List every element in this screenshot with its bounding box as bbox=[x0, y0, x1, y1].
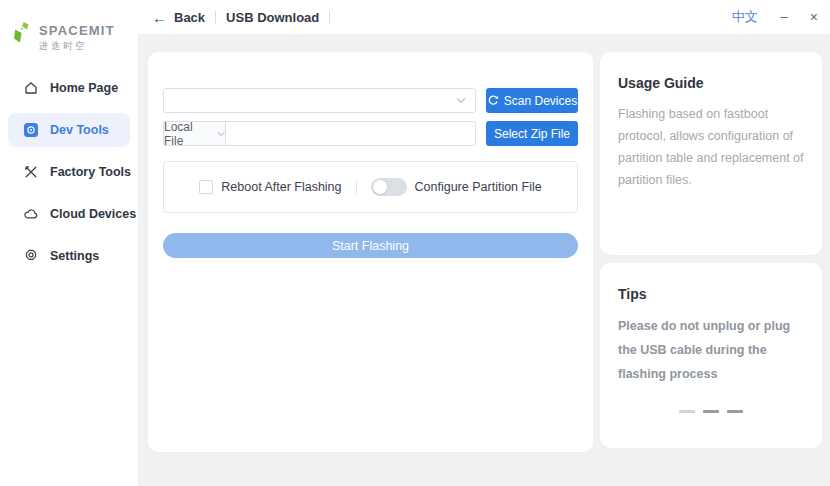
file-source-select[interactable]: Local File bbox=[163, 121, 225, 146]
back-label: Back bbox=[174, 10, 205, 25]
minimize-button[interactable]: − bbox=[780, 10, 788, 24]
sidebar-item-factory-tools[interactable]: Factory Tools bbox=[8, 155, 130, 189]
refresh-icon bbox=[487, 95, 499, 107]
tips-card: Tips Please do not unplug or plug the US… bbox=[600, 263, 822, 448]
page-title: USB Download bbox=[226, 10, 319, 25]
sidebar: SPACEMIT 进迭时空 Home Page Dev bbox=[0, 0, 138, 486]
start-flashing-button[interactable]: Start Flashing bbox=[163, 233, 578, 258]
language-switch-button[interactable]: 中文 bbox=[732, 8, 758, 26]
sidebar-item-label: Factory Tools bbox=[50, 165, 131, 179]
select-zip-file-button[interactable]: Select Zip File bbox=[486, 121, 578, 146]
topbar-divider bbox=[215, 11, 216, 24]
reboot-after-flashing-checkbox[interactable] bbox=[199, 180, 213, 194]
logo: SPACEMIT 进迭时空 bbox=[0, 0, 138, 53]
sidebar-item-label: Home Page bbox=[50, 81, 118, 95]
tips-body: Please do not unplug or plug the USB cab… bbox=[618, 315, 804, 386]
settings-icon bbox=[23, 248, 39, 264]
back-button[interactable]: ← Back bbox=[152, 10, 205, 25]
logo-subtitle: 进迭时空 bbox=[39, 40, 115, 53]
topbar-divider bbox=[329, 11, 330, 24]
options-divider bbox=[356, 180, 357, 194]
close-button[interactable]: × bbox=[810, 10, 818, 24]
logo-title: SPACEMIT bbox=[39, 24, 115, 38]
carousel-dash[interactable] bbox=[679, 410, 695, 413]
carousel-dash[interactable] bbox=[727, 410, 743, 413]
tips-title: Tips bbox=[618, 286, 804, 302]
window-controls: 中文 − × bbox=[732, 8, 818, 26]
file-row: Local File Select Zip File bbox=[163, 121, 578, 146]
sidebar-item-cloud-devices[interactable]: Cloud Devices bbox=[8, 197, 130, 231]
app-window: ← Back USB Download 中文 − × SPACEMIT 进迭时空 bbox=[0, 0, 830, 486]
select-zip-file-label: Select Zip File bbox=[494, 127, 570, 141]
dev-tools-icon bbox=[23, 122, 39, 138]
home-icon bbox=[23, 80, 39, 96]
sidebar-item-settings[interactable]: Settings bbox=[8, 239, 130, 273]
flash-form: Scan Devices Local File Select Zip File bbox=[148, 52, 593, 258]
sidebar-item-label: Settings bbox=[50, 249, 99, 263]
usage-guide-title: Usage Guide bbox=[618, 75, 804, 91]
spacemit-logo-icon bbox=[13, 21, 34, 45]
sidebar-item-label: Cloud Devices bbox=[50, 207, 136, 221]
tips-carousel-indicators bbox=[600, 410, 822, 413]
file-path-input[interactable] bbox=[225, 121, 476, 146]
sidebar-menu: Home Page Dev Tools bbox=[0, 71, 138, 273]
reboot-after-flashing-label: Reboot After Flashing bbox=[221, 180, 341, 194]
factory-tools-icon bbox=[23, 164, 39, 180]
logo-text: SPACEMIT 进迭时空 bbox=[39, 21, 115, 53]
chevron-down-icon bbox=[217, 131, 225, 137]
configure-partition-toggle[interactable] bbox=[371, 178, 407, 196]
configure-partition-label: Configure Partition File bbox=[415, 180, 542, 194]
device-row: Scan Devices bbox=[163, 88, 578, 113]
sidebar-item-dev-tools[interactable]: Dev Tools bbox=[8, 113, 130, 147]
device-select[interactable] bbox=[163, 88, 476, 113]
info-column: Usage Guide Flashing based on fastboot p… bbox=[600, 52, 822, 448]
usage-guide-body: Flashing based on fastboot protocol, all… bbox=[618, 104, 804, 192]
usage-guide-card: Usage Guide Flashing based on fastboot p… bbox=[600, 52, 822, 255]
chevron-down-icon bbox=[456, 97, 466, 104]
sidebar-item-home-page[interactable]: Home Page bbox=[8, 71, 130, 105]
flash-panel: Scan Devices Local File Select Zip File bbox=[148, 52, 593, 452]
file-source-value: Local File bbox=[164, 120, 212, 148]
sidebar-item-label: Dev Tools bbox=[50, 123, 109, 137]
cloud-icon bbox=[23, 206, 39, 222]
back-arrow-icon: ← bbox=[152, 10, 167, 25]
scan-devices-label: Scan Devices bbox=[504, 94, 577, 108]
flash-options: Reboot After Flashing Configure Partitio… bbox=[163, 161, 578, 213]
content-area: Scan Devices Local File Select Zip File bbox=[138, 34, 830, 486]
scan-devices-button[interactable]: Scan Devices bbox=[486, 88, 578, 113]
carousel-dash[interactable] bbox=[703, 410, 719, 413]
